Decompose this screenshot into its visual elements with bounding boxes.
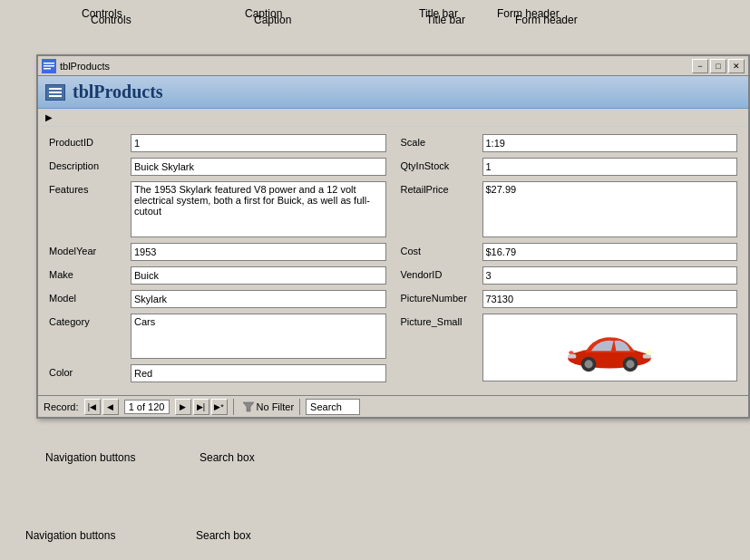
qtyinstock-label: QtyInStock xyxy=(401,158,482,171)
qtyinstock-input[interactable] xyxy=(482,158,738,176)
form-left-column: ProductID Description Features The 1953 … xyxy=(49,134,394,388)
new-record-button[interactable]: ▶* xyxy=(211,399,228,415)
picturenumber-label: PictureNumber xyxy=(401,290,482,304)
titlebar-text: Title bar xyxy=(419,7,458,20)
svg-rect-1 xyxy=(44,63,54,64)
prev-record-button[interactable]: ◀ xyxy=(102,399,119,415)
maximize-button[interactable]: □ xyxy=(710,59,726,73)
title-bar: tblProducts − □ ✕ xyxy=(38,56,748,76)
form-header-title: tblProducts xyxy=(73,82,163,102)
color-label: Color xyxy=(49,364,131,378)
svg-rect-2 xyxy=(44,65,54,67)
scale-label: Scale xyxy=(401,134,482,148)
search-input[interactable] xyxy=(306,399,360,415)
picture-small-label: Picture_Small xyxy=(401,314,482,327)
scale-row: Scale xyxy=(401,134,738,152)
svg-point-6 xyxy=(585,360,593,368)
scale-input[interactable] xyxy=(482,134,738,152)
form-header-icon xyxy=(45,84,65,101)
controls-text: Controls xyxy=(82,7,122,20)
make-label: Make xyxy=(49,266,131,280)
navigation-bar: Record: |◀ ◀ 1 of 120 ▶ ▶| ▶* No Filter xyxy=(38,395,748,417)
modelyear-label: ModelYear xyxy=(49,243,131,256)
formheader-text: Form header xyxy=(497,7,560,20)
vendorid-label: VendorID xyxy=(401,266,482,280)
no-filter-label: No Filter xyxy=(257,401,295,412)
features-label: Features xyxy=(49,181,131,195)
cost-label: Cost xyxy=(401,243,482,256)
retailprice-label: RetailPrice xyxy=(401,181,482,195)
form-right-column: Scale QtyInStock RetailPrice $27.99 Cost xyxy=(394,134,738,388)
svg-point-11 xyxy=(647,350,653,355)
picture-small-row: Picture_Small xyxy=(401,314,738,381)
color-input[interactable] xyxy=(131,364,386,382)
retailprice-input[interactable]: $27.99 xyxy=(482,181,738,237)
productid-input[interactable] xyxy=(131,134,386,152)
retailprice-row: RetailPrice $27.99 xyxy=(401,181,738,237)
modelyear-row: ModelYear xyxy=(49,243,386,261)
svg-point-8 xyxy=(627,360,635,368)
category-input[interactable]: Cars xyxy=(131,314,386,359)
svg-rect-3 xyxy=(44,68,51,70)
car-image xyxy=(560,321,659,375)
model-row: Model xyxy=(49,290,386,308)
productid-row: ProductID xyxy=(49,134,386,152)
nav-divider xyxy=(233,399,234,415)
description-input[interactable] xyxy=(131,158,386,176)
productid-label: ProductID xyxy=(49,134,131,148)
filter-icon xyxy=(243,401,254,412)
vendorid-input[interactable] xyxy=(482,266,738,285)
make-row: Make xyxy=(49,266,386,285)
next-record-button[interactable]: ▶ xyxy=(175,399,191,415)
svg-marker-13 xyxy=(243,402,254,411)
description-label: Description xyxy=(49,158,131,171)
cost-row: Cost xyxy=(401,243,738,261)
form-header: tblProducts xyxy=(38,76,748,109)
form-body: ProductID Description Features The 1953 … xyxy=(38,127,748,395)
category-label: Category xyxy=(49,314,131,327)
navbuttons-annotation: Navigation buttons xyxy=(45,451,135,464)
vendorid-row: VendorID xyxy=(401,266,738,285)
record-label: Record: xyxy=(44,401,79,412)
picturenumber-input[interactable] xyxy=(482,290,738,308)
minimize-button[interactable]: − xyxy=(692,59,708,73)
color-row: Color xyxy=(49,364,386,382)
svg-point-12 xyxy=(569,351,574,354)
main-window: tblProducts − □ ✕ tblProducts ▶ xyxy=(36,54,750,419)
record-info[interactable]: 1 of 120 xyxy=(124,400,170,414)
model-label: Model xyxy=(49,290,131,304)
record-selector-row: ▶ xyxy=(38,109,748,127)
caption-text: Caption xyxy=(245,7,282,20)
modelyear-input[interactable] xyxy=(131,243,386,261)
filter-indicator: No Filter xyxy=(243,401,295,412)
features-row: Features The 1953 Skylark featured V8 po… xyxy=(49,181,386,237)
category-row: Category Cars xyxy=(49,314,386,359)
record-selector-arrow[interactable]: ▶ xyxy=(44,111,54,125)
description-row: Description xyxy=(49,158,386,176)
cost-input[interactable] xyxy=(482,243,738,261)
window-icon xyxy=(42,59,56,73)
searchbox-annotation: Search box xyxy=(200,451,255,464)
qtyinstock-row: QtyInStock xyxy=(401,158,738,176)
nav-divider-2 xyxy=(299,399,300,415)
make-input[interactable] xyxy=(131,266,386,285)
first-record-button[interactable]: |◀ xyxy=(84,399,101,415)
model-input[interactable] xyxy=(131,290,386,308)
close-button[interactable]: ✕ xyxy=(728,59,745,73)
picturenumber-row: PictureNumber xyxy=(401,290,738,308)
last-record-button[interactable]: ▶| xyxy=(193,399,209,415)
features-input[interactable]: The 1953 Skylark featured V8 power and a… xyxy=(131,181,386,237)
picture-small-box xyxy=(482,314,738,381)
window-title: tblProducts xyxy=(60,61,110,72)
window-controls: − □ ✕ xyxy=(692,59,745,73)
svg-rect-10 xyxy=(568,353,576,358)
